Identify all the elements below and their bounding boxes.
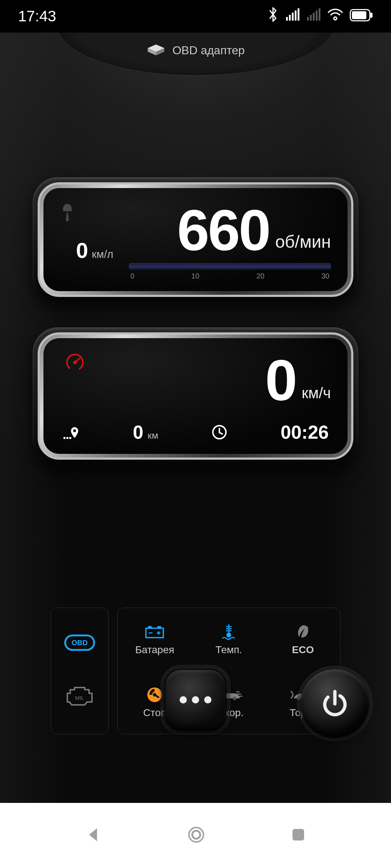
svg-line-5	[75, 358, 80, 362]
svg-point-20	[226, 633, 231, 637]
svg-text:OBD: OBD	[72, 639, 88, 647]
svg-rect-16	[157, 626, 161, 628]
bluetooth-icon	[267, 7, 279, 26]
svg-rect-15	[148, 626, 152, 628]
fuel-efficiency-unit: км/л	[92, 248, 113, 260]
fuel-efficiency-value: 0	[76, 238, 88, 263]
speed-value: 0	[265, 351, 296, 409]
power-icon	[319, 687, 351, 720]
dot-icon	[204, 696, 211, 703]
speed-unit: км/ч	[302, 384, 331, 402]
svg-point-6	[63, 437, 66, 439]
indicator-temperature[interactable]: Темп.	[192, 608, 266, 671]
location-pin-icon	[62, 424, 80, 441]
indicator-eco[interactable]: ECO	[266, 608, 340, 671]
wifi-icon	[327, 8, 343, 25]
status-icons	[267, 7, 373, 26]
home-button[interactable]	[187, 825, 206, 846]
indicator-label: Темп.	[215, 644, 242, 656]
svg-rect-14	[146, 628, 163, 638]
obd-adapter-icon	[146, 43, 166, 58]
trip-time-value: 00:26	[281, 421, 329, 443]
back-button[interactable]	[85, 826, 102, 845]
svg-text:MIL: MIL	[75, 695, 84, 701]
svg-point-7	[66, 437, 68, 439]
dot-icon	[180, 696, 187, 703]
more-button[interactable]	[165, 669, 226, 731]
obd-indicator-button[interactable]: OBD	[63, 632, 96, 655]
mil-indicator-button[interactable]: MIL	[63, 685, 96, 710]
indicator-label: Батарея	[135, 644, 174, 656]
recents-button[interactable]	[290, 827, 306, 844]
gauge-icon	[65, 353, 85, 374]
obd-adapter-button[interactable]: OBD адаптер	[58, 33, 333, 76]
svg-rect-31	[293, 829, 304, 841]
svg-point-9	[73, 429, 76, 432]
status-bar: 17:43	[0, 0, 391, 33]
rpm-bar: 0 10 20 30	[129, 263, 331, 280]
obd-adapter-label: OBD адаптер	[172, 44, 245, 57]
speed-gauge-card[interactable]: 0 км/ч 0 км 00:26	[33, 327, 358, 465]
power-button[interactable]	[300, 669, 369, 738]
svg-point-30	[192, 831, 200, 839]
rpm-value: 660	[177, 201, 269, 259]
clock-icon	[211, 424, 227, 440]
signal-icon	[285, 8, 300, 25]
trip-distance-value: 0	[133, 421, 143, 443]
indicator-battery[interactable]: Батарея	[118, 608, 192, 671]
svg-point-24	[233, 697, 236, 700]
battery-icon	[350, 8, 373, 25]
rpm-unit: об/мин	[275, 232, 331, 252]
svg-rect-2	[352, 11, 366, 19]
svg-point-25	[297, 697, 300, 700]
indicator-label: ECO	[292, 644, 314, 656]
dot-icon	[192, 696, 199, 703]
rpm-gauge-card[interactable]: 660 об/мин 0 км/л 0 10 20 30	[33, 177, 358, 302]
svg-rect-1	[370, 13, 373, 18]
indicator-label: Стоп	[143, 707, 166, 719]
svg-point-8	[69, 437, 71, 439]
trip-distance-unit: км	[148, 430, 158, 441]
signal-2-icon	[306, 8, 321, 25]
android-nav-bar	[0, 803, 391, 868]
lock-icon	[60, 203, 75, 224]
clock-time: 17:43	[18, 8, 56, 25]
svg-point-29	[189, 827, 203, 842]
